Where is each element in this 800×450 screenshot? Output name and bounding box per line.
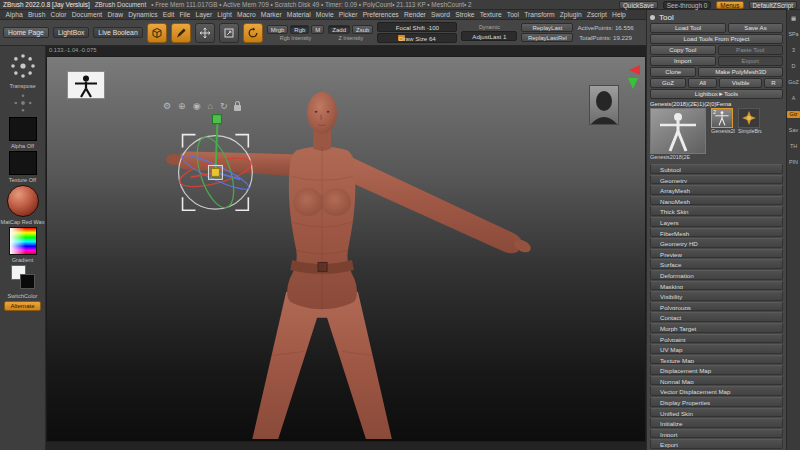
canvas-icon[interactable]: ⌂ xyxy=(207,101,212,111)
gizmo-center-handle[interactable] xyxy=(211,168,219,176)
menu-item[interactable]: Color xyxy=(48,11,69,18)
goz-visible-button[interactable]: Visible xyxy=(719,78,762,88)
current-brush-icon[interactable] xyxy=(8,51,38,81)
pose-reference-thumbnail[interactable] xyxy=(67,71,105,99)
load-tool-button[interactable]: Load Tool xyxy=(650,23,726,33)
subpalette-header[interactable]: UV Map xyxy=(650,344,783,354)
menu-item[interactable]: Tool xyxy=(504,11,521,18)
paste-tool-button[interactable]: Paste Tool xyxy=(718,45,784,55)
strip-shortcut[interactable]: Giz xyxy=(787,111,800,118)
strip-shortcut[interactable]: A xyxy=(787,95,800,102)
menu-item[interactable]: Document xyxy=(69,11,105,18)
menu-item[interactable]: Preferences xyxy=(360,11,401,18)
menu-item[interactable]: Transform xyxy=(522,11,557,18)
strip-shortcut[interactable]: Sav xyxy=(787,127,800,134)
subpalette-header[interactable]: FiberMesh xyxy=(650,228,783,238)
import-button[interactable]: Import xyxy=(650,56,716,66)
alpha-thumbnail[interactable] xyxy=(9,117,37,141)
menu-item[interactable]: Picker xyxy=(336,11,360,18)
strip-shortcut[interactable]: TH xyxy=(787,143,800,150)
draw-button[interactable] xyxy=(171,23,191,43)
strip-shortcut[interactable]: PIN xyxy=(787,159,800,166)
model-figure[interactable] xyxy=(166,92,533,439)
gradient-label[interactable]: Gradient xyxy=(12,257,33,263)
canvas-icon[interactable]: ◉ xyxy=(193,101,201,111)
viewport-3d[interactable] xyxy=(47,57,645,441)
rgb-button[interactable]: Rgb xyxy=(290,25,309,34)
subpalette-header[interactable]: NanoMesh xyxy=(650,196,783,206)
menu-item[interactable]: File xyxy=(177,11,193,18)
menu-item[interactable]: Dynamics xyxy=(126,11,161,18)
quicksave-button[interactable]: QuickSave xyxy=(619,1,658,9)
draw-size-slider[interactable]: Draw Size 64 xyxy=(377,33,457,43)
menu-item[interactable]: Brush xyxy=(25,11,48,18)
dynamic-toggle[interactable]: Dynamic xyxy=(479,24,500,30)
camera-head-thumbnail[interactable] xyxy=(589,85,619,125)
adjust-last-slider[interactable]: AdjustLast 1 xyxy=(461,31,517,41)
subpalette-header[interactable]: Preview xyxy=(650,249,783,259)
menu-item[interactable]: Layer xyxy=(193,11,215,18)
make-polymesh3d-button[interactable]: Make PolyMesh3D xyxy=(698,67,783,77)
clone-button[interactable]: Clone xyxy=(650,67,696,77)
subpalette-header[interactable]: Import xyxy=(650,429,783,439)
canvas-icon[interactable]: ⚙ xyxy=(163,101,171,111)
document-canvas[interactable]: ⚙⊕◉⌂↻ xyxy=(46,56,646,442)
menus-button[interactable]: Menus xyxy=(716,1,743,9)
alternate-button[interactable]: Alternate xyxy=(4,301,40,311)
move-button[interactable] xyxy=(195,23,215,43)
subpalette-header[interactable]: Subtool xyxy=(650,164,783,174)
goz-button[interactable]: GoZ xyxy=(650,78,686,88)
subpalette-header[interactable]: Geometry HD xyxy=(650,238,783,248)
subpalette-header[interactable]: Texture Map xyxy=(650,355,783,365)
load-tools-from-project-button[interactable]: Load Tools From Project xyxy=(650,34,783,44)
default-zscript-button[interactable]: DefaultZScript xyxy=(749,1,798,9)
subpalette-header[interactable]: Vector Displacement Map xyxy=(650,386,783,396)
menu-item[interactable]: Zscript xyxy=(584,11,609,18)
live-boolean-button[interactable]: Live Boolean xyxy=(93,27,142,38)
stroke-type-icon[interactable] xyxy=(11,91,35,115)
axis-arrow-y[interactable] xyxy=(628,78,638,89)
subpalette-header[interactable]: Polygroups xyxy=(650,302,783,312)
subpalette-header[interactable]: Morph Target xyxy=(650,323,783,333)
tool-slot-simplebrush[interactable] xyxy=(738,108,760,128)
m-button[interactable]: M xyxy=(311,25,324,34)
canvas-icon[interactable]: ↻ xyxy=(220,101,228,111)
subpalette-header[interactable]: Masking xyxy=(650,281,783,291)
subpalette-header[interactable]: Deformation xyxy=(650,270,783,280)
menu-item[interactable]: Sword xyxy=(428,11,452,18)
edit-object-button[interactable] xyxy=(147,23,167,43)
menu-item[interactable]: Zplugin xyxy=(557,11,584,18)
subpalette-header[interactable]: Thick Skin xyxy=(650,206,783,216)
texture-thumbnail[interactable] xyxy=(9,151,37,175)
lightbox-tools-button[interactable]: Lightbox►Tools xyxy=(650,89,783,99)
subpalette-header[interactable]: Contact xyxy=(650,312,783,322)
subpalette-header[interactable]: Visibility xyxy=(650,291,783,301)
goz-r-button[interactable]: R xyxy=(764,78,783,88)
menu-item[interactable]: Material xyxy=(284,11,313,18)
menu-item[interactable]: Texture xyxy=(477,11,504,18)
menu-item[interactable]: Movie xyxy=(313,11,336,18)
lightbox-button[interactable]: LightBox xyxy=(53,27,89,38)
secondary-color-swatch[interactable] xyxy=(20,274,35,289)
menu-item[interactable]: Macro xyxy=(234,11,258,18)
zsub-button[interactable]: Zsub xyxy=(352,25,373,34)
home-page-button[interactable]: Home Page xyxy=(3,27,49,38)
focal-shift-slider[interactable]: Focal Shift -100 xyxy=(377,22,457,32)
strip-shortcut[interactable]: D xyxy=(787,63,800,70)
gizmo-handle-y[interactable] xyxy=(212,115,221,124)
mrgb-button[interactable]: Mrgb xyxy=(267,25,289,34)
strip-shortcut[interactable]: SPa xyxy=(787,31,800,38)
replay-last-button[interactable]: ReplayLast xyxy=(521,23,573,32)
lock-icon[interactable] xyxy=(234,105,241,111)
axis-arrow-x[interactable] xyxy=(629,65,640,75)
see-through-slider[interactable]: See-through 0 xyxy=(663,1,712,9)
rotate-button[interactable] xyxy=(243,23,263,43)
export-button[interactable]: Export xyxy=(718,56,784,66)
subpalette-header[interactable]: Unified Skin xyxy=(650,408,783,418)
strip-shortcut[interactable]: GoZ xyxy=(787,79,800,86)
subpalette-header[interactable]: Layers xyxy=(650,217,783,227)
strip-shortcut[interactable]: 3 xyxy=(787,47,800,54)
goz-all-button[interactable]: All xyxy=(688,78,717,88)
subpalette-header[interactable]: Export xyxy=(650,439,783,449)
subpalette-header[interactable]: Normal Map xyxy=(650,376,783,386)
